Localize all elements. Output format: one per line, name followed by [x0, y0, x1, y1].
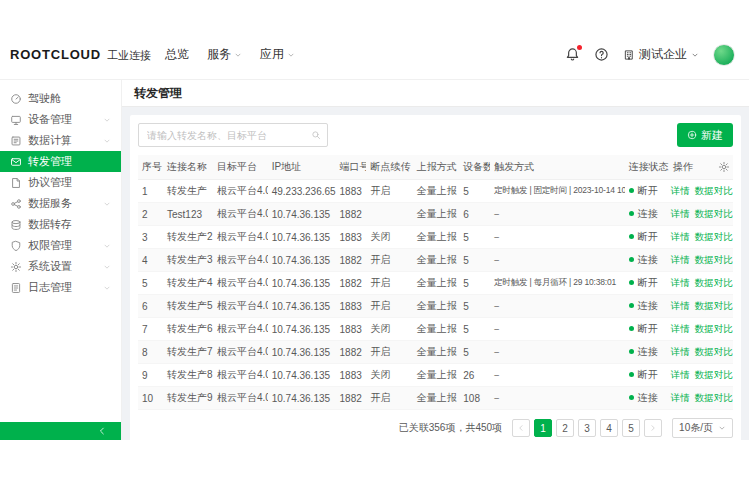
chevron-left-icon [517, 424, 525, 432]
data-compare-link[interactable]: 数据对比 [695, 231, 733, 242]
cell-report: 全量上报 [413, 341, 459, 364]
topnav-item-label: 应用 [260, 46, 284, 63]
cell-ip: 10.74.36.135 [268, 341, 336, 364]
cell-status: 连接 [625, 249, 669, 272]
cell-name: 转发生产2 [163, 226, 213, 249]
sidebar-collapse-button[interactable] [0, 422, 121, 440]
data-compare-link[interactable]: 数据对比 [695, 369, 733, 380]
detail-link[interactable]: 详情 [671, 392, 690, 403]
cell-devices: 108 [459, 387, 490, 410]
topnav-item-label: 服务 [207, 46, 231, 63]
pagination-page[interactable]: 1 [534, 419, 552, 437]
cell-no: 1 [138, 180, 163, 203]
chevron-down-icon [103, 284, 111, 292]
cell-port: 1882 [336, 387, 367, 410]
org-switcher[interactable]: 测试企业 [623, 46, 699, 63]
cell-status: 连接 [625, 295, 669, 318]
detail-link[interactable]: 详情 [671, 323, 690, 334]
data-compare-link[interactable]: 数据对比 [695, 254, 733, 265]
sidebar-item-label: 权限管理 [28, 238, 72, 253]
topnav-item[interactable]: 总览 [165, 46, 189, 63]
cell-report: 全量上报 [413, 387, 459, 410]
organization-icon [623, 49, 635, 61]
chevron-down-icon [234, 51, 242, 59]
sidebar-item[interactable]: 转发管理 [0, 151, 121, 172]
notifications-button[interactable] [565, 47, 580, 62]
sidebar-item[interactable]: 协议管理 [0, 172, 121, 193]
help-button[interactable] [594, 47, 609, 62]
cell-name: 转发生产 [163, 180, 213, 203]
detail-link[interactable]: 详情 [671, 208, 690, 219]
sidebar-item[interactable]: 数据转存 [0, 214, 121, 235]
sidebar-item[interactable]: 驾驶舱 [0, 88, 121, 109]
sidebar-item-label: 协议管理 [28, 175, 72, 190]
column-header[interactable]: 连接状态 [625, 155, 669, 180]
status-label: 连接 [638, 346, 658, 357]
column-header: 端口号 [336, 155, 367, 180]
sidebar-item-label: 系统设置 [28, 259, 72, 274]
sidebar-item[interactable]: 系统设置 [0, 256, 121, 277]
cell-platform: 根云平台4.0 [213, 226, 268, 249]
status-dot-icon [629, 257, 634, 262]
sidebar-item[interactable]: 权限管理 [0, 235, 121, 256]
notification-badge [577, 45, 582, 50]
cell-report: 全量上报 [413, 203, 459, 226]
data-compare-link[interactable]: 数据对比 [695, 300, 733, 311]
data-compare-link[interactable]: 数据对比 [695, 346, 733, 357]
status-dot-icon [629, 303, 634, 308]
create-button[interactable]: 新建 [677, 123, 733, 147]
status-dot-icon [629, 326, 634, 331]
cell-trigger: – [490, 295, 624, 318]
detail-link[interactable]: 详情 [671, 369, 690, 380]
cell-status: 断开 [625, 318, 669, 341]
status-label: 连接 [638, 208, 658, 219]
detail-link[interactable]: 详情 [671, 231, 690, 242]
sidebar-item[interactable]: 日志管理 [0, 277, 121, 298]
user-avatar[interactable] [713, 44, 735, 66]
pagination-page[interactable]: 5 [622, 419, 640, 437]
data-compare-link[interactable]: 数据对比 [695, 185, 733, 196]
detail-link[interactable]: 详情 [671, 300, 690, 311]
cell-devices: 5 [459, 249, 490, 272]
table-body: 1转发生产根云平台4.049.233.236.651883开启全量上报5定时触发… [138, 180, 733, 410]
search-icon[interactable] [311, 130, 321, 140]
sidebar-item[interactable]: 设备管理 [0, 109, 121, 130]
cell-status: 断开 [625, 226, 669, 249]
cell-status: 断开 [625, 364, 669, 387]
topnav-item[interactable]: 服务 [207, 46, 242, 63]
column-header[interactable]: 断点续传 [366, 155, 412, 180]
data-compare-link[interactable]: 数据对比 [695, 277, 733, 288]
column-settings-icon[interactable] [718, 161, 730, 173]
sidebar-item[interactable]: 数据服务 [0, 193, 121, 214]
cell-no: 4 [138, 249, 163, 272]
cell-resume: 开启 [366, 387, 412, 410]
cell-trigger: – [490, 387, 624, 410]
topnav-item[interactable]: 应用 [260, 46, 295, 63]
data-compare-link[interactable]: 数据对比 [695, 208, 733, 219]
page-size-select[interactable]: 10条/页 [672, 418, 733, 438]
cell-name: 转发生产9 [163, 387, 213, 410]
column-header-label: 连接状态 [629, 161, 669, 172]
column-header: 序号 [138, 155, 163, 180]
screen: ROOTCLOUD 工业连接 总览服务应用 测试企业 [0, 0, 749, 499]
detail-link[interactable]: 详情 [671, 254, 690, 265]
data-compare-link[interactable]: 数据对比 [695, 392, 733, 403]
data-compare-link[interactable]: 数据对比 [695, 323, 733, 334]
detail-link[interactable]: 详情 [671, 185, 690, 196]
pagination-prev[interactable] [512, 419, 530, 437]
column-header[interactable]: 上报方式 [413, 155, 459, 180]
detail-link[interactable]: 详情 [671, 346, 690, 357]
cell-trigger: – [490, 318, 624, 341]
sidebar-item[interactable]: 数据计算 [0, 130, 121, 151]
pagination-page[interactable]: 2 [556, 419, 574, 437]
cell-port: 1882 [336, 272, 367, 295]
pagination-next[interactable] [644, 419, 662, 437]
table-row: 8转发生产7根云平台4.010.74.36.1351882开启全量上报5–连接详… [138, 341, 733, 364]
pagination-page[interactable]: 4 [600, 419, 618, 437]
search-input[interactable] [145, 129, 307, 142]
cell-devices: 5 [459, 272, 490, 295]
cell-port: 1882 [336, 341, 367, 364]
cell-resume: 关闭 [366, 364, 412, 387]
pagination-page[interactable]: 3 [578, 419, 596, 437]
detail-link[interactable]: 详情 [671, 277, 690, 288]
